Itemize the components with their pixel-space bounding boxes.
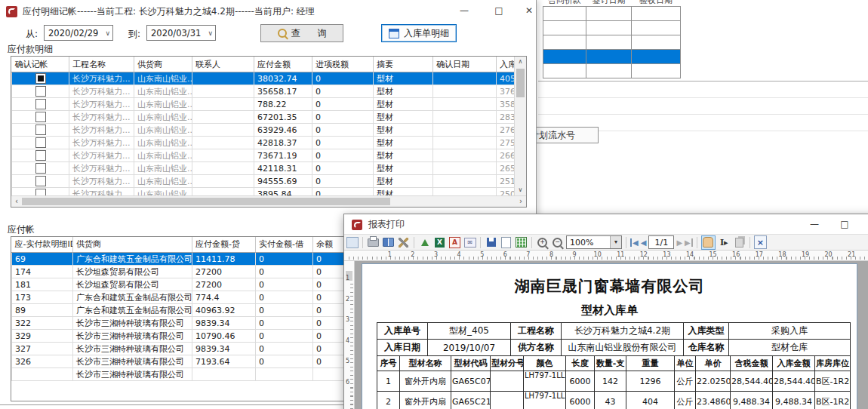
- table-row[interactable]: 长沙万科魅力... 山东南山铝业... 788.22 0 型材 358: [12, 98, 516, 111]
- cell-credit[interactable]: 27200: [192, 266, 256, 278]
- cell-tax[interactable]: 0: [312, 149, 374, 162]
- cell-inbound[interactable]: 265: [497, 162, 516, 175]
- from-date-combo[interactable]: 2020/02/29 ∨: [44, 25, 113, 41]
- cell-tax[interactable]: 0: [312, 72, 374, 85]
- zoom-level-combo[interactable]: 100% ▾: [566, 235, 622, 249]
- scroll-up-icon[interactable]: ∧: [515, 57, 526, 67]
- cell-confirm-date[interactable]: [433, 137, 497, 149]
- cell-amount[interactable]: 38032.74: [254, 72, 312, 85]
- cell-supplier[interactable]: 山东南山铝业...: [134, 111, 192, 124]
- to-date-combo[interactable]: 2020/03/31 ∨: [146, 25, 216, 41]
- table-row[interactable]: [543, 35, 681, 50]
- table-row[interactable]: [543, 7, 681, 21]
- cell-debit[interactable]: 0: [256, 304, 313, 317]
- column-header[interactable]: 签订日期: [586, 0, 632, 7]
- cell-inbound[interactable]: 275: [497, 137, 516, 149]
- cell-supplier[interactable]: 长沙市三湘特种玻璃有限公司: [73, 368, 192, 381]
- cell-amount[interactable]: 35658.17: [254, 85, 312, 98]
- cell-id[interactable]: [12, 368, 73, 381]
- cell-confirm-date[interactable]: [433, 124, 497, 137]
- cell-summary[interactable]: 型材: [374, 124, 433, 137]
- scroll-right-icon[interactable]: ›: [516, 196, 526, 207]
- cell-confirm-date[interactable]: [433, 72, 497, 85]
- table-row[interactable]: 长沙万科魅力... 山东南山铝业... 63929.46 0 型材 276: [12, 124, 516, 137]
- save-icon[interactable]: [487, 238, 496, 247]
- horizontal-scrollbar[interactable]: ‹ ›: [11, 195, 526, 207]
- cell-supplier[interactable]: 山东南山铝业...: [134, 85, 192, 98]
- cell-inbound[interactable]: 251: [497, 175, 516, 188]
- table-row[interactable]: 长沙市三湘特种玻璃有限公司: [12, 368, 374, 381]
- export-icon[interactable]: [421, 239, 429, 246]
- table-row[interactable]: 长沙万科魅力... 山东南山铝业... 42118.31 0 型材 265: [12, 162, 516, 175]
- cell-summary[interactable]: 型材: [374, 111, 433, 124]
- maximize-button[interactable]: □: [486, 0, 512, 21]
- cell-project[interactable]: 长沙万科魅力...: [69, 111, 134, 124]
- table-row[interactable]: 322 长沙市三湘特种玻璃有限公司 9839.34 0 0: [12, 317, 374, 330]
- table-row[interactable]: 181 长沙坦森贸易有限公司 27200 0 0: [12, 278, 374, 291]
- pdf-export-icon[interactable]: A: [449, 237, 460, 248]
- cell-supplier[interactable]: 山东南山铝业...: [134, 149, 192, 162]
- table-row[interactable]: 326 长沙市三湘特种玻璃有限公司 7193.64 0 0: [12, 355, 374, 368]
- confirm-checkbox[interactable]: [35, 163, 46, 174]
- table-row[interactable]: 173 广东合和建筑五金制品有限公司 774.4 0 0: [12, 291, 374, 304]
- cell-credit[interactable]: 774.4: [192, 291, 256, 304]
- cell-contact[interactable]: [192, 162, 254, 175]
- table-row[interactable]: 327 长沙市三湘特种玻璃有限公司 9839.34 0 0: [12, 343, 374, 355]
- confirm-checkbox[interactable]: [35, 73, 46, 84]
- cell-project[interactable]: 长沙万科魅力...: [69, 85, 134, 98]
- cell-confirm-date[interactable]: [433, 98, 497, 111]
- cell-tax[interactable]: 0: [312, 98, 374, 111]
- cell-credit[interactable]: 27200: [192, 278, 256, 291]
- column-header[interactable]: 工程名称: [69, 57, 134, 72]
- confirm-checkbox[interactable]: [35, 86, 46, 97]
- cell-debit[interactable]: 0: [256, 278, 313, 291]
- cell-inbound[interactable]: 266: [497, 149, 516, 162]
- table-row[interactable]: [543, 64, 681, 78]
- cell-debit[interactable]: 0: [256, 330, 313, 343]
- cell-amount[interactable]: 94555.69: [254, 175, 312, 188]
- cell-debit[interactable]: 0: [256, 317, 313, 330]
- cell-debit[interactable]: 0: [256, 253, 313, 266]
- maximize-button[interactable]: □: [832, 214, 857, 235]
- minimize-button[interactable]: —: [451, 0, 477, 21]
- cell-project[interactable]: 长沙万科魅力...: [69, 72, 134, 85]
- cell-contact[interactable]: [192, 137, 254, 149]
- confirm-checkbox[interactable]: [35, 99, 46, 109]
- cell-credit[interactable]: 10790.46: [192, 330, 256, 343]
- scroll-left-icon[interactable]: ‹: [11, 196, 22, 207]
- cell-tax[interactable]: 0: [312, 162, 374, 175]
- cell-credit[interactable]: [192, 368, 256, 381]
- text-select-icon[interactable]: I▸: [720, 238, 728, 248]
- cell-supplier[interactable]: 山东南山铝业...: [134, 72, 192, 85]
- column-header[interactable]: 实付金额-借: [256, 237, 313, 253]
- zoom-out-icon[interactable]: −: [553, 238, 562, 248]
- cell-project[interactable]: 长沙万科魅力...: [69, 162, 134, 175]
- cell-id[interactable]: 327: [12, 343, 73, 355]
- confirm-checkbox[interactable]: [35, 137, 46, 148]
- cell-project[interactable]: 长沙万科魅力...: [69, 175, 134, 188]
- zoom-in-icon[interactable]: +: [537, 238, 547, 248]
- cell-amount[interactable]: 67201.35: [254, 111, 312, 124]
- close-button[interactable]: ✕: [862, 214, 868, 235]
- cell-supplier[interactable]: 广东合和建筑五金制品有限公司: [73, 253, 192, 266]
- cell-debit[interactable]: [256, 368, 313, 381]
- cell-supplier[interactable]: 长沙市三湘特种玻璃有限公司: [73, 355, 192, 368]
- cell-summary[interactable]: 型材: [374, 175, 433, 188]
- cell-confirm-date[interactable]: [433, 111, 497, 124]
- cell-supplier[interactable]: 山东南山铝业...: [134, 175, 192, 188]
- cell-inbound[interactable]: 405: [497, 72, 516, 85]
- cell-debit[interactable]: 0: [256, 291, 313, 304]
- column-header[interactable]: 确认日期: [433, 57, 497, 72]
- cell-contact[interactable]: [192, 124, 254, 137]
- cell-supplier[interactable]: 山东南山铝业...: [134, 137, 192, 149]
- cell-summary[interactable]: 型材: [374, 149, 433, 162]
- last-page-icon[interactable]: ▶: [685, 238, 693, 247]
- cell-confirm-date[interactable]: [433, 149, 497, 162]
- cell-supplier[interactable]: 长沙市三湘特种玻璃有限公司: [73, 330, 192, 343]
- table-row[interactable]: [543, 21, 681, 35]
- table-row[interactable]: 长沙万科魅力... 山东南山铝业... 42818.37 0 型材 275: [12, 137, 516, 149]
- scroll-down-icon[interactable]: ∨: [515, 185, 526, 195]
- cell-supplier[interactable]: 广东合和建筑五金制品有限公司: [73, 291, 192, 304]
- prev-page-icon[interactable]: ◀: [641, 238, 647, 247]
- cell-project[interactable]: 长沙万科魅力...: [69, 98, 134, 111]
